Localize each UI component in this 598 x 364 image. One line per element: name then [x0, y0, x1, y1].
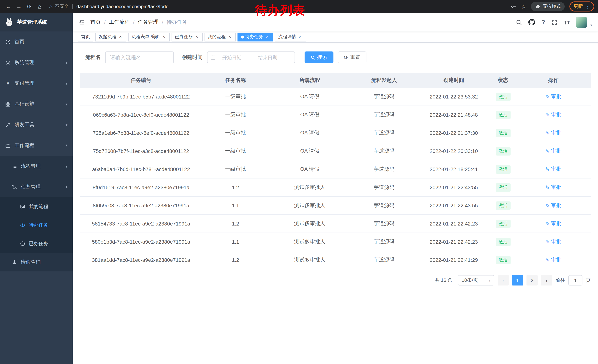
todo-task-table: 任务编号 任务名称 所属流程 流程发起人 创建时间 状态 操作 73211d9d…	[80, 73, 590, 269]
start-date-input[interactable]	[216, 55, 248, 60]
chevron-down-icon: ▾	[66, 164, 67, 168]
close-icon[interactable]: ×	[298, 34, 303, 40]
approve-link[interactable]: ✎审批	[545, 166, 561, 173]
approve-link[interactable]: ✎审批	[545, 148, 561, 154]
font-size-icon[interactable]: TT	[564, 19, 570, 25]
close-icon[interactable]: ×	[161, 34, 166, 40]
avatar[interactable]	[576, 17, 587, 28]
table-row: a6aba0a4-7b6d-11ec-b781-acde48001122 一级审…	[80, 160, 590, 178]
refresh-icon[interactable]: ⟳	[25, 2, 34, 11]
sidebar-item-devtools[interactable]: 研发工具 ▾	[0, 114, 73, 135]
browser-right-controls: ☆ 无痕模式 更新 ⋮	[510, 1, 594, 11]
help-icon[interactable]: ?	[541, 19, 545, 25]
chevron-down-icon: ▾	[66, 123, 67, 127]
browser-menu-icon[interactable]: ⋮	[585, 4, 590, 9]
page-button-1[interactable]: 1	[512, 275, 523, 285]
task-name: 1.2	[202, 257, 269, 263]
task-process: 测试多审批人	[269, 202, 351, 209]
breadcrumb-workflow[interactable]: 工作流程	[109, 19, 130, 25]
chevron-up-icon: ▾	[66, 144, 67, 147]
task-id: 73211d9d-7b9b-11ec-b5b7-acde48001122	[80, 94, 202, 100]
task-initiator: 芋道源码	[351, 220, 418, 227]
task-created: 2022-01-21 22:42:23	[418, 221, 490, 226]
search-button[interactable]: 搜索	[305, 51, 333, 63]
page-size-select[interactable]: 10条/页 ▾	[458, 275, 494, 285]
search-icon[interactable]	[516, 19, 522, 25]
approve-link[interactable]: ✎审批	[545, 112, 561, 118]
goto-page-input[interactable]	[568, 275, 582, 285]
sidebar-item-system[interactable]: 系统管理 ▾	[0, 52, 73, 73]
tab-process-detail[interactable]: 流程详情 ×	[275, 32, 306, 41]
yen-icon: ¥	[5, 80, 11, 86]
status-badge: 激活	[496, 219, 510, 228]
task-name: 一级审批	[202, 112, 269, 118]
tab-home[interactable]: 首页	[78, 32, 93, 41]
prev-page-button[interactable]: ‹	[498, 275, 509, 285]
approve-link[interactable]: ✎审批	[545, 202, 561, 209]
back-icon[interactable]: ←	[4, 2, 13, 11]
browser-chrome: ← → ⟳ ⌂ ⚠ 不安全 dashboard.yudao.iocoder.cn…	[0, 0, 598, 13]
address-bar[interactable]: ⚠ 不安全 dashboard.yudao.iocoder.cn/bpm/tas…	[49, 3, 169, 10]
task-created: 2022-01-21 22:43:55	[418, 184, 490, 190]
bookmark-star-icon[interactable]: ☆	[521, 3, 526, 10]
sidebar-item-todo-tasks[interactable]: 待办任务	[0, 216, 73, 235]
sidebar-item-process-management[interactable]: 流程管理 ▾	[0, 156, 73, 177]
breadcrumb-home[interactable]: 首页	[91, 19, 101, 25]
avatar-caret-icon[interactable]: ▾	[590, 23, 592, 28]
edit-icon: ✎	[545, 184, 549, 190]
tab-process-form-edit[interactable]: 流程表单-编辑 ×	[128, 32, 170, 41]
fullscreen-icon[interactable]	[551, 19, 558, 25]
close-icon[interactable]: ×	[118, 34, 123, 40]
key-icon[interactable]	[510, 4, 516, 9]
task-initiator: 芋道源码	[351, 202, 418, 209]
sidebar: 芋道管理系统 首页 系统管理 ▾ ¥ 支付管理 ▾ 基础设施	[0, 13, 73, 364]
github-icon[interactable]	[529, 19, 535, 25]
approve-link[interactable]: ✎审批	[545, 129, 561, 136]
sidebar-item-payment[interactable]: ¥ 支付管理 ▾	[0, 73, 73, 94]
approve-link[interactable]: ✎审批	[545, 184, 561, 191]
end-date-input[interactable]	[252, 55, 283, 60]
browser-home-icon[interactable]: ⌂	[35, 2, 44, 11]
sidebar-item-my-process[interactable]: 我的流程	[0, 197, 73, 216]
edit-icon: ✎	[545, 130, 549, 136]
sidebar-item-home[interactable]: 首页	[0, 32, 73, 52]
page-button-2[interactable]: 2	[526, 275, 538, 285]
reset-button[interactable]: ⟳ 重置	[338, 51, 366, 63]
sidebar-item-task-management[interactable]: 任务管理 ▾	[0, 177, 73, 197]
app-logo[interactable]: 芋道管理系统	[0, 13, 73, 32]
task-name: 1.2	[202, 221, 269, 226]
sidebar-fold-icon[interactable]	[79, 19, 85, 25]
sidebar-item-done-tasks[interactable]: 已办任务	[0, 235, 73, 253]
url-text[interactable]: dashboard.yudao.iocoder.cn/bpm/task/todo	[76, 4, 169, 9]
tab-todo-tasks[interactable]: 待办任务 ×	[238, 32, 273, 41]
approve-link[interactable]: ✎审批	[545, 93, 561, 100]
table-row: 75d72608-7b7f-11ec-a3c8-acde48001122 一级审…	[80, 142, 590, 160]
approve-link[interactable]: ✎审批	[545, 238, 561, 245]
date-range-picker[interactable]: -	[207, 51, 295, 63]
tab-my-process[interactable]: 我的流程 ×	[205, 32, 236, 41]
sidebar-item-infrastructure[interactable]: 基础设施 ▾	[0, 94, 73, 114]
update-button[interactable]: 更新 ⋮	[569, 1, 594, 11]
task-name: 一级审批	[202, 148, 269, 154]
task-process: 测试多审批人	[269, 184, 351, 191]
approve-link[interactable]: ✎审批	[545, 220, 561, 227]
edit-icon: ✎	[545, 239, 549, 245]
breadcrumb-task-management[interactable]: 任务管理	[138, 19, 158, 25]
next-page-button[interactable]: ›	[541, 275, 552, 285]
main-area: 首页 / 工作流程 / 任务管理 / 待办任务	[73, 13, 598, 364]
tab-done-tasks[interactable]: 已办任务 ×	[172, 32, 203, 41]
forward-icon[interactable]: →	[14, 2, 24, 11]
goto-label: 前往	[555, 277, 565, 284]
close-icon[interactable]: ×	[265, 34, 270, 40]
sidebar-item-workflow[interactable]: 工作流程 ▾	[0, 135, 73, 156]
approve-link[interactable]: ✎审批	[545, 257, 561, 263]
close-icon[interactable]: ×	[194, 34, 199, 40]
sidebar-item-leave-query[interactable]: 请假查询	[0, 253, 73, 271]
task-process: OA 请假	[269, 129, 351, 136]
tab-initiate-process[interactable]: 发起流程 ×	[95, 32, 126, 41]
close-icon[interactable]: ×	[227, 34, 232, 40]
task-id: 069c6a63-7b8a-11ec-8ef0-acde48001122	[80, 112, 202, 118]
process-name-input[interactable]	[105, 51, 174, 63]
breadcrumb: 首页 / 工作流程 / 任务管理 / 待办任务	[91, 19, 187, 25]
task-created: 2022-01-22 20:33:10	[418, 148, 490, 154]
